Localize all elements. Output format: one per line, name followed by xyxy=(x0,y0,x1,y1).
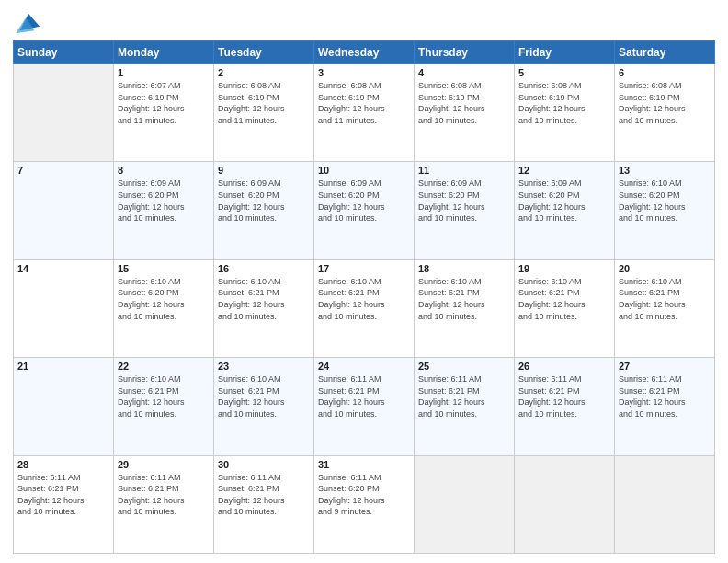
header-wednesday: Wednesday xyxy=(314,41,415,64)
cell-w2-d3: 10Sunrise: 6:09 AMSunset: 6:20 PMDayligh… xyxy=(314,162,415,259)
cell-w4-d1: 22Sunrise: 6:10 AMSunset: 6:21 PMDayligh… xyxy=(114,358,214,455)
day-number: 3 xyxy=(318,67,410,78)
cell-w4-d2: 23Sunrise: 6:10 AMSunset: 6:21 PMDayligh… xyxy=(214,358,314,455)
day-number: 25 xyxy=(418,361,510,372)
day-info: Sunrise: 6:08 AMSunset: 6:19 PMDaylight:… xyxy=(418,80,510,126)
cell-w1-d6: 6Sunrise: 6:08 AMSunset: 6:19 PMDaylight… xyxy=(615,64,715,162)
day-info: Sunrise: 6:08 AMSunset: 6:19 PMDaylight:… xyxy=(518,80,610,126)
day-number: 9 xyxy=(218,165,310,176)
cell-w5-d6 xyxy=(615,455,715,553)
day-number: 20 xyxy=(619,263,711,274)
week-row-2: 78Sunrise: 6:09 AMSunset: 6:20 PMDayligh… xyxy=(14,162,715,259)
cell-w5-d1: 29Sunrise: 6:11 AMSunset: 6:21 PMDayligh… xyxy=(114,455,214,553)
cell-w3-d3: 17Sunrise: 6:10 AMSunset: 6:21 PMDayligh… xyxy=(314,259,415,357)
day-number: 27 xyxy=(619,361,711,372)
cell-w2-d6: 13Sunrise: 6:10 AMSunset: 6:20 PMDayligh… xyxy=(615,162,715,259)
day-info: Sunrise: 6:08 AMSunset: 6:19 PMDaylight:… xyxy=(619,80,711,126)
logo xyxy=(13,13,41,35)
day-info: Sunrise: 6:11 AMSunset: 6:21 PMDaylight:… xyxy=(17,472,109,518)
day-info: Sunrise: 6:10 AMSunset: 6:21 PMDaylight:… xyxy=(218,276,310,322)
cell-w1-d1: 1Sunrise: 6:07 AMSunset: 6:19 PMDaylight… xyxy=(114,64,214,162)
day-info: Sunrise: 6:11 AMSunset: 6:21 PMDaylight:… xyxy=(418,373,510,419)
day-info: Sunrise: 6:09 AMSunset: 6:20 PMDaylight:… xyxy=(218,178,310,224)
day-number: 24 xyxy=(318,361,410,372)
day-info: Sunrise: 6:11 AMSunset: 6:21 PMDaylight:… xyxy=(619,373,711,419)
day-info: Sunrise: 6:11 AMSunset: 6:21 PMDaylight:… xyxy=(518,373,610,419)
week-row-3: 1415Sunrise: 6:10 AMSunset: 6:20 PMDayli… xyxy=(14,259,715,357)
cell-w1-d4: 4Sunrise: 6:08 AMSunset: 6:19 PMDaylight… xyxy=(415,64,515,162)
cell-w5-d4 xyxy=(415,455,515,553)
cell-w2-d2: 9Sunrise: 6:09 AMSunset: 6:20 PMDaylight… xyxy=(214,162,314,259)
week-row-4: 2122Sunrise: 6:10 AMSunset: 6:21 PMDayli… xyxy=(14,358,715,455)
cell-w4-d5: 26Sunrise: 6:11 AMSunset: 6:21 PMDayligh… xyxy=(515,358,615,455)
day-info: Sunrise: 6:09 AMSunset: 6:20 PMDaylight:… xyxy=(318,178,410,224)
day-number: 11 xyxy=(418,165,510,176)
cell-w4-d3: 24Sunrise: 6:11 AMSunset: 6:21 PMDayligh… xyxy=(314,358,415,455)
cell-w2-d5: 12Sunrise: 6:09 AMSunset: 6:20 PMDayligh… xyxy=(515,162,615,259)
day-number: 18 xyxy=(418,263,510,274)
day-info: Sunrise: 6:11 AMSunset: 6:21 PMDaylight:… xyxy=(118,472,210,518)
day-number: 15 xyxy=(118,263,210,274)
calendar-table: Sunday Monday Tuesday Wednesday Thursday… xyxy=(13,40,715,554)
day-info: Sunrise: 6:10 AMSunset: 6:21 PMDaylight:… xyxy=(218,373,310,419)
day-number: 21 xyxy=(17,361,109,372)
header-saturday: Saturday xyxy=(615,41,715,64)
header xyxy=(13,9,715,35)
day-number: 22 xyxy=(118,361,210,372)
day-number: 12 xyxy=(518,165,610,176)
day-number: 1 xyxy=(118,67,210,78)
day-number: 28 xyxy=(17,459,109,470)
cell-w5-d3: 31Sunrise: 6:11 AMSunset: 6:20 PMDayligh… xyxy=(314,455,415,553)
day-number: 5 xyxy=(518,67,610,78)
cell-w2-d1: 8Sunrise: 6:09 AMSunset: 6:20 PMDaylight… xyxy=(114,162,214,259)
day-info: Sunrise: 6:10 AMSunset: 6:21 PMDaylight:… xyxy=(518,276,610,322)
logo-icon xyxy=(16,9,41,35)
header-thursday: Thursday xyxy=(415,41,515,64)
day-number: 10 xyxy=(318,165,410,176)
day-info: Sunrise: 6:10 AMSunset: 6:20 PMDaylight:… xyxy=(118,276,210,322)
day-number: 30 xyxy=(218,459,310,470)
page: Sunday Monday Tuesday Wednesday Thursday… xyxy=(0,0,728,563)
header-friday: Friday xyxy=(515,41,615,64)
day-info: Sunrise: 6:10 AMSunset: 6:21 PMDaylight:… xyxy=(418,276,510,322)
cell-w3-d4: 18Sunrise: 6:10 AMSunset: 6:21 PMDayligh… xyxy=(415,259,515,357)
cell-w2-d0: 7 xyxy=(14,162,114,259)
week-row-1: 1Sunrise: 6:07 AMSunset: 6:19 PMDaylight… xyxy=(14,64,715,162)
cell-w3-d0: 14 xyxy=(14,259,114,357)
day-number: 29 xyxy=(118,459,210,470)
cell-w1-d3: 3Sunrise: 6:08 AMSunset: 6:19 PMDaylight… xyxy=(314,64,415,162)
day-number: 31 xyxy=(318,459,410,470)
day-number: 4 xyxy=(418,67,510,78)
cell-w3-d1: 15Sunrise: 6:10 AMSunset: 6:20 PMDayligh… xyxy=(114,259,214,357)
weekday-header-row: Sunday Monday Tuesday Wednesday Thursday… xyxy=(14,41,715,64)
cell-w5-d0: 28Sunrise: 6:11 AMSunset: 6:21 PMDayligh… xyxy=(14,455,114,553)
day-info: Sunrise: 6:11 AMSunset: 6:21 PMDaylight:… xyxy=(218,472,310,518)
day-info: Sunrise: 6:10 AMSunset: 6:20 PMDaylight:… xyxy=(619,178,711,224)
day-number: 6 xyxy=(619,67,711,78)
cell-w5-d5 xyxy=(515,455,615,553)
day-number: 19 xyxy=(518,263,610,274)
cell-w4-d6: 27Sunrise: 6:11 AMSunset: 6:21 PMDayligh… xyxy=(615,358,715,455)
day-info: Sunrise: 6:11 AMSunset: 6:21 PMDaylight:… xyxy=(318,373,410,419)
cell-w3-d5: 19Sunrise: 6:10 AMSunset: 6:21 PMDayligh… xyxy=(515,259,615,357)
day-info: Sunrise: 6:08 AMSunset: 6:19 PMDaylight:… xyxy=(218,80,310,126)
header-tuesday: Tuesday xyxy=(214,41,314,64)
day-info: Sunrise: 6:11 AMSunset: 6:20 PMDaylight:… xyxy=(318,472,410,518)
cell-w4-d4: 25Sunrise: 6:11 AMSunset: 6:21 PMDayligh… xyxy=(415,358,515,455)
day-info: Sunrise: 6:07 AMSunset: 6:19 PMDaylight:… xyxy=(118,80,210,126)
day-number: 2 xyxy=(218,67,310,78)
day-info: Sunrise: 6:09 AMSunset: 6:20 PMDaylight:… xyxy=(518,178,610,224)
cell-w3-d6: 20Sunrise: 6:10 AMSunset: 6:21 PMDayligh… xyxy=(615,259,715,357)
cell-w1-d2: 2Sunrise: 6:08 AMSunset: 6:19 PMDaylight… xyxy=(214,64,314,162)
day-info: Sunrise: 6:08 AMSunset: 6:19 PMDaylight:… xyxy=(318,80,410,126)
day-info: Sunrise: 6:10 AMSunset: 6:21 PMDaylight:… xyxy=(619,276,711,322)
cell-w5-d2: 30Sunrise: 6:11 AMSunset: 6:21 PMDayligh… xyxy=(214,455,314,553)
cell-w2-d4: 11Sunrise: 6:09 AMSunset: 6:20 PMDayligh… xyxy=(415,162,515,259)
cell-w4-d0: 21 xyxy=(14,358,114,455)
day-number: 16 xyxy=(218,263,310,274)
day-number: 14 xyxy=(17,263,109,274)
cell-w1-d0 xyxy=(14,64,114,162)
day-number: 26 xyxy=(518,361,610,372)
day-info: Sunrise: 6:09 AMSunset: 6:20 PMDaylight:… xyxy=(118,178,210,224)
header-sunday: Sunday xyxy=(14,41,114,64)
